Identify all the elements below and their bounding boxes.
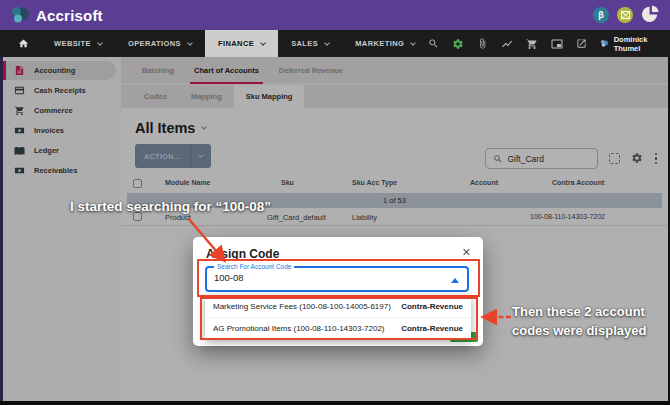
account-code-dropdown: Marketing Service Fees (100-08-100-14005… xyxy=(205,295,471,339)
account-code-input[interactable] xyxy=(214,272,434,283)
account-code-field: Search For Account Code xyxy=(205,266,469,292)
beta-badge[interactable]: β xyxy=(593,7,609,23)
app-logo: Accrisoft xyxy=(10,5,103,25)
dropdown-caret-icon[interactable] xyxy=(451,278,459,283)
chevron-down-icon xyxy=(410,40,416,46)
app-title: Accrisoft xyxy=(36,7,103,24)
user-name: Dominick Thumel xyxy=(614,35,658,53)
nav-item-sales[interactable]: SALES xyxy=(278,30,342,57)
mail-badge-icon[interactable] xyxy=(617,7,633,23)
accrisoft-logo-icon xyxy=(10,5,30,25)
annotation-left-note: I started searching for “100-08” xyxy=(70,199,271,214)
search-icon[interactable] xyxy=(428,38,439,49)
annotation-right-note: Then these 2 account codes were displaye… xyxy=(512,302,646,340)
modal-title: Assign Code xyxy=(206,247,279,261)
nav-item-website[interactable]: WEBSITE xyxy=(41,30,115,57)
external-link-icon[interactable] xyxy=(576,38,587,49)
app-header: Accrisoft β xyxy=(0,0,670,30)
assign-code-modal: Assign Code ✕ Search For Account Code Ma… xyxy=(193,237,483,346)
chevron-down-icon xyxy=(324,40,330,46)
main-nav: WEBSITE OPERATIONS FINANCE SALES MARKETI… xyxy=(0,30,670,57)
chevron-down-icon xyxy=(187,40,193,46)
chevron-down-icon xyxy=(97,40,103,46)
field-label: Search For Account Code xyxy=(214,263,294,270)
nav-item-marketing[interactable]: MARKETING xyxy=(342,30,428,57)
home-icon[interactable] xyxy=(0,38,41,49)
chevron-down-icon xyxy=(260,40,266,46)
settings-gear-icon[interactable] xyxy=(452,38,464,50)
nav-item-operations[interactable]: OPERATIONS xyxy=(115,30,205,57)
close-icon[interactable]: ✕ xyxy=(462,246,471,259)
user-avatar-icon xyxy=(600,38,609,49)
window-bottom-edge xyxy=(0,401,670,405)
dropdown-option[interactable]: AG Promotional Items (100-08-110-14303-7… xyxy=(205,317,471,339)
analytics-chart-icon[interactable] xyxy=(501,38,513,50)
dropdown-option[interactable]: Marketing Service Fees (100-08-100-14005… xyxy=(205,295,471,317)
attachment-icon[interactable] xyxy=(477,38,488,49)
media-card-icon[interactable] xyxy=(551,38,563,50)
app-window: Accrisoft β WEBSITE OPERATIONS FINANCE S… xyxy=(0,0,670,405)
pie-chart-icon[interactable] xyxy=(641,4,660,27)
nav-item-finance[interactable]: FINANCE xyxy=(205,30,278,57)
modal-backdrop[interactable] xyxy=(0,57,670,405)
cart-icon[interactable] xyxy=(526,38,538,50)
user-menu[interactable]: Dominick Thumel xyxy=(600,35,658,53)
